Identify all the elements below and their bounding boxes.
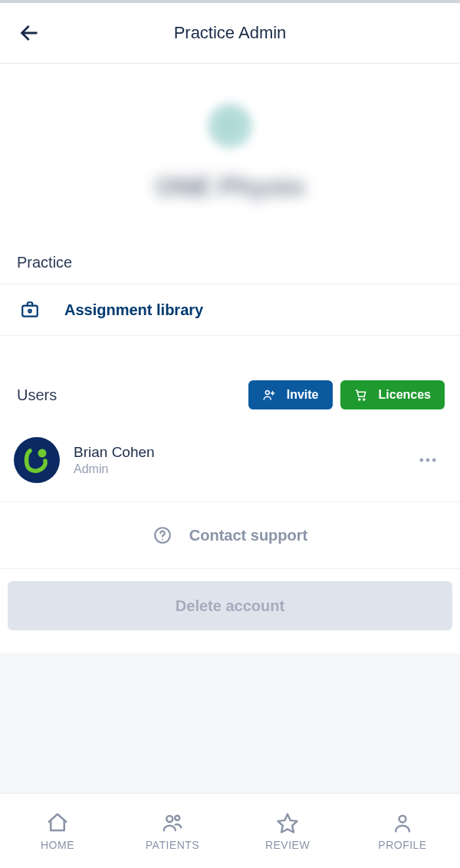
help-circle-icon: [153, 525, 172, 545]
user-plus-icon: [262, 388, 276, 402]
user-role: Admin: [74, 462, 399, 476]
assignment-library-row[interactable]: Assignment library: [0, 284, 460, 335]
licences-button[interactable]: Licences: [340, 380, 445, 409]
svg-point-11: [432, 459, 436, 462]
delete-account-label: Delete account: [176, 597, 284, 614]
users-header: Users Invite Licences: [0, 367, 460, 420]
briefcase-medical-icon: [17, 300, 43, 320]
svg-point-13: [162, 538, 163, 540]
nav-patients[interactable]: PATIENTS: [115, 794, 230, 868]
contact-support-button[interactable]: Contact support: [0, 502, 460, 568]
page-title: Practice Admin: [0, 23, 460, 43]
spacer: [0, 336, 460, 367]
svg-marker-16: [278, 814, 297, 832]
person-icon: [391, 811, 414, 834]
nav-label: HOME: [41, 839, 74, 851]
nav-label: PROFILE: [378, 839, 426, 851]
header: Practice Admin: [0, 3, 460, 63]
user-row[interactable]: Brian Cohen Admin: [0, 420, 460, 501]
invite-button[interactable]: Invite: [248, 380, 333, 409]
dots-horizontal-icon: [417, 449, 439, 471]
more-button[interactable]: [412, 445, 443, 475]
svg-point-15: [175, 815, 179, 820]
svg-point-9: [420, 459, 424, 462]
arrow-left-icon: [18, 22, 40, 44]
svg-point-2: [28, 310, 31, 312]
nav-home[interactable]: HOME: [0, 794, 115, 868]
licences-label: Licences: [379, 388, 431, 402]
svg-point-14: [166, 816, 172, 822]
bottom-nav: HOME PATIENTS REVIEW PROFILE: [0, 793, 460, 868]
svg-point-7: [363, 399, 364, 400]
user-info: Brian Cohen Admin: [74, 444, 399, 476]
avatar: [14, 437, 60, 483]
home-icon: [46, 811, 69, 834]
cart-icon: [354, 388, 368, 402]
app-root: Practice Admin ONE Physio Practice Assig…: [0, 0, 460, 868]
svg-point-8: [38, 449, 47, 458]
users-actions: Invite Licences: [248, 380, 445, 409]
svg-rect-1: [22, 306, 38, 317]
svg-point-10: [426, 459, 430, 462]
people-icon: [161, 811, 184, 834]
bottom-gap: [0, 653, 460, 793]
delete-account-button[interactable]: Delete account: [8, 581, 452, 630]
svg-point-6: [358, 399, 360, 400]
practice-name: ONE Physio: [156, 172, 305, 202]
svg-point-17: [399, 815, 406, 822]
nav-label: REVIEW: [265, 839, 310, 851]
assignment-library-label: Assignment library: [64, 301, 203, 319]
contact-support-label: Contact support: [189, 527, 307, 544]
practice-banner: ONE Physio: [0, 64, 460, 240]
invite-label: Invite: [287, 388, 319, 402]
nav-label: PATIENTS: [146, 839, 199, 851]
user-name: Brian Cohen: [74, 444, 399, 461]
section-label-users: Users: [17, 386, 57, 404]
back-button[interactable]: [14, 18, 44, 48]
avatar-logo-icon: [20, 443, 54, 477]
star-icon: [276, 811, 299, 834]
practice-logo: [207, 103, 253, 149]
svg-point-3: [265, 391, 269, 395]
nav-review[interactable]: REVIEW: [230, 794, 345, 868]
nav-profile[interactable]: PROFILE: [345, 794, 460, 868]
section-label-practice: Practice: [0, 240, 460, 284]
delete-account-section: Delete account: [0, 569, 460, 653]
